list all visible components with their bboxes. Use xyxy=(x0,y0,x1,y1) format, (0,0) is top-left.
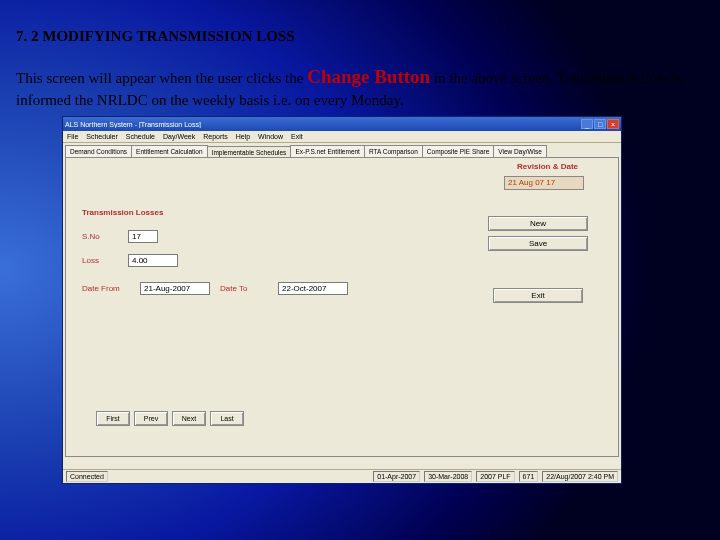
menu-dayweek[interactable]: Day/Week xyxy=(163,133,195,140)
row-dates: Date From 21-Aug-2007 Date To 22-Oct-200… xyxy=(82,282,348,295)
para-text-before: This screen will appear when the user cl… xyxy=(16,70,307,86)
status-bar: Connected 01-Apr-2007 30-Mar-2008 2007 P… xyxy=(63,469,621,483)
window-title: ALS Northern System - [Transmission Loss… xyxy=(65,121,581,128)
section-paragraph: This screen will appear when the user cl… xyxy=(16,64,700,110)
status-timestamp: 22/Aug/2007 2:40 PM xyxy=(542,471,618,482)
first-button[interactable]: First xyxy=(96,411,130,426)
menu-bar: File Scheduler Schedule Day/Week Reports… xyxy=(63,131,621,143)
sno-label: S.No xyxy=(82,232,122,241)
menu-window[interactable]: Window xyxy=(258,133,283,140)
tab-view-daywise[interactable]: View Day/Wise xyxy=(493,145,547,157)
status-date1: 01-Apr-2007 xyxy=(373,471,420,482)
row-sno: S.No 17 xyxy=(82,230,158,243)
tab-rta-comparison[interactable]: RTA Comparison xyxy=(364,145,423,157)
minimize-button[interactable]: _ xyxy=(581,119,593,129)
date-to-label: Date To xyxy=(220,284,268,293)
revision-label: Revision & Date xyxy=(517,162,578,171)
loss-input[interactable]: 4.00 xyxy=(128,254,178,267)
menu-help[interactable]: Help xyxy=(236,133,250,140)
maximize-button[interactable]: □ xyxy=(594,119,606,129)
tab-entitlement-calc[interactable]: Entitlement Calculation xyxy=(131,145,207,157)
record-nav-buttons: First Prev Next Last xyxy=(96,411,244,426)
tab-strip: Demand Conditions Entitlement Calculatio… xyxy=(63,143,621,157)
tab-panel: Revision & Date 21 Aug 07 17 Transmissio… xyxy=(65,157,619,457)
sno-input[interactable]: 17 xyxy=(128,230,158,243)
exit-button[interactable]: Exit xyxy=(493,288,583,303)
status-plf: 2007 PLF xyxy=(476,471,514,482)
status-connected: Connected xyxy=(66,471,108,482)
group-title-transmission-losses: Transmission Losses xyxy=(82,208,163,217)
application-window: ALS Northern System - [Transmission Loss… xyxy=(62,116,622,484)
loss-label: Loss xyxy=(82,256,122,265)
last-button[interactable]: Last xyxy=(210,411,244,426)
new-button[interactable]: New xyxy=(488,216,588,231)
prev-button[interactable]: Prev xyxy=(134,411,168,426)
menu-schedule[interactable]: Schedule xyxy=(126,133,155,140)
revision-field: 21 Aug 07 17 xyxy=(504,176,584,190)
menu-reports[interactable]: Reports xyxy=(203,133,228,140)
tab-composite-pie[interactable]: Composite PIE Share xyxy=(422,145,495,157)
menu-file[interactable]: File xyxy=(67,133,78,140)
row-loss: Loss 4.00 xyxy=(82,254,178,267)
next-button[interactable]: Next xyxy=(172,411,206,426)
tab-expsnet-entitlement[interactable]: Ex-P.S.net Entitlement xyxy=(290,145,365,157)
close-button[interactable]: × xyxy=(607,119,619,129)
section-heading: 7. 2 MODIFYING TRANSMISSION LOSS xyxy=(16,28,295,45)
date-to-input[interactable]: 22-Oct-2007 xyxy=(278,282,348,295)
window-controls: _ □ × xyxy=(581,119,619,129)
change-button-reference: Change Button xyxy=(307,66,430,87)
status-date2: 30-Mar-2008 xyxy=(424,471,472,482)
date-from-input[interactable]: 21-Aug-2007 xyxy=(140,282,210,295)
tab-demand-conditions[interactable]: Demand Conditions xyxy=(65,145,132,157)
save-button[interactable]: Save xyxy=(488,236,588,251)
status-count: 671 xyxy=(519,471,539,482)
date-from-label: Date From xyxy=(82,284,130,293)
menu-exit[interactable]: Exit xyxy=(291,133,303,140)
menu-scheduler[interactable]: Scheduler xyxy=(86,133,118,140)
window-titlebar: ALS Northern System - [Transmission Loss… xyxy=(63,117,621,131)
